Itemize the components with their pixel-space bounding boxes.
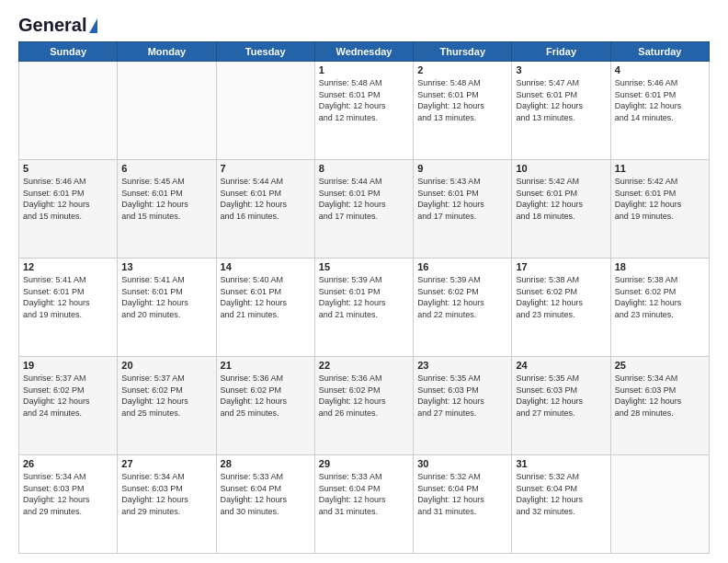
calendar-week-row: 26Sunrise: 5:34 AM Sunset: 6:03 PM Dayli… (19, 455, 710, 554)
day-number: 29 (319, 458, 409, 469)
calendar-day-cell (610, 455, 709, 554)
calendar-day-cell: 14Sunrise: 5:40 AM Sunset: 6:01 PM Dayli… (216, 259, 314, 357)
calendar-day-cell (118, 62, 216, 160)
day-number: 6 (121, 163, 211, 174)
day-info: Sunrise: 5:48 AM Sunset: 6:01 PM Dayligh… (417, 77, 507, 123)
calendar-day-cell: 5Sunrise: 5:46 AM Sunset: 6:01 PM Daylig… (19, 160, 118, 259)
day-info: Sunrise: 5:44 AM Sunset: 6:01 PM Dayligh… (221, 176, 311, 222)
day-info: Sunrise: 5:36 AM Sunset: 6:02 PM Dayligh… (221, 373, 311, 419)
day-info: Sunrise: 5:34 AM Sunset: 6:03 PM Dayligh… (121, 471, 211, 517)
day-header-wednesday: Wednesday (314, 42, 413, 62)
day-info: Sunrise: 5:44 AM Sunset: 6:01 PM Dayligh… (319, 176, 409, 222)
day-number: 28 (221, 458, 311, 469)
day-info: Sunrise: 5:38 AM Sunset: 6:02 PM Dayligh… (615, 274, 705, 320)
day-number: 2 (417, 64, 507, 75)
day-info: Sunrise: 5:42 AM Sunset: 6:01 PM Dayligh… (615, 176, 705, 222)
calendar-day-cell: 12Sunrise: 5:41 AM Sunset: 6:01 PM Dayli… (19, 259, 118, 357)
day-number: 22 (319, 360, 409, 371)
calendar-day-cell: 30Sunrise: 5:32 AM Sunset: 6:04 PM Dayli… (414, 455, 512, 554)
day-info: Sunrise: 5:32 AM Sunset: 6:04 PM Dayligh… (417, 471, 507, 517)
calendar-day-cell: 13Sunrise: 5:41 AM Sunset: 6:01 PM Dayli… (118, 259, 216, 357)
day-info: Sunrise: 5:46 AM Sunset: 6:01 PM Dayligh… (23, 176, 113, 222)
day-header-tuesday: Tuesday (216, 42, 314, 62)
day-number: 21 (221, 360, 311, 371)
calendar-header-row: SundayMondayTuesdayWednesdayThursdayFrid… (19, 42, 710, 62)
day-number: 3 (516, 64, 606, 75)
day-info: Sunrise: 5:39 AM Sunset: 6:02 PM Dayligh… (417, 274, 507, 320)
day-info: Sunrise: 5:39 AM Sunset: 6:01 PM Dayligh… (319, 274, 409, 320)
day-number: 4 (615, 64, 705, 75)
day-info: Sunrise: 5:34 AM Sunset: 6:03 PM Dayligh… (23, 471, 113, 517)
calendar-day-cell: 15Sunrise: 5:39 AM Sunset: 6:01 PM Dayli… (314, 259, 413, 357)
calendar-day-cell: 9Sunrise: 5:43 AM Sunset: 6:01 PM Daylig… (414, 160, 512, 259)
day-number: 24 (516, 360, 606, 371)
calendar-day-cell: 10Sunrise: 5:42 AM Sunset: 6:01 PM Dayli… (512, 160, 610, 259)
calendar-day-cell: 8Sunrise: 5:44 AM Sunset: 6:01 PM Daylig… (314, 160, 413, 259)
day-number: 18 (615, 261, 705, 272)
calendar-table: SundayMondayTuesdayWednesdayThursdayFrid… (18, 41, 710, 554)
calendar-day-cell: 21Sunrise: 5:36 AM Sunset: 6:02 PM Dayli… (216, 357, 314, 455)
calendar-day-cell: 23Sunrise: 5:35 AM Sunset: 6:03 PM Dayli… (414, 357, 512, 455)
day-info: Sunrise: 5:43 AM Sunset: 6:01 PM Dayligh… (417, 176, 507, 222)
day-info: Sunrise: 5:40 AM Sunset: 6:01 PM Dayligh… (221, 274, 311, 320)
day-number: 13 (121, 261, 211, 272)
calendar-day-cell: 3Sunrise: 5:47 AM Sunset: 6:01 PM Daylig… (512, 62, 610, 160)
day-info: Sunrise: 5:33 AM Sunset: 6:04 PM Dayligh… (319, 471, 409, 517)
header: General (18, 15, 710, 32)
day-info: Sunrise: 5:34 AM Sunset: 6:03 PM Dayligh… (615, 373, 705, 419)
day-info: Sunrise: 5:46 AM Sunset: 6:01 PM Dayligh… (615, 77, 705, 123)
day-number: 30 (417, 458, 507, 469)
day-header-friday: Friday (512, 42, 610, 62)
calendar-day-cell: 27Sunrise: 5:34 AM Sunset: 6:03 PM Dayli… (118, 455, 216, 554)
day-info: Sunrise: 5:37 AM Sunset: 6:02 PM Dayligh… (121, 373, 211, 419)
calendar-day-cell: 31Sunrise: 5:32 AM Sunset: 6:04 PM Dayli… (512, 455, 610, 554)
day-info: Sunrise: 5:41 AM Sunset: 6:01 PM Dayligh… (121, 274, 211, 320)
day-number: 31 (516, 458, 606, 469)
calendar-day-cell: 17Sunrise: 5:38 AM Sunset: 6:02 PM Dayli… (512, 259, 610, 357)
calendar-day-cell: 7Sunrise: 5:44 AM Sunset: 6:01 PM Daylig… (216, 160, 314, 259)
calendar-week-row: 5Sunrise: 5:46 AM Sunset: 6:01 PM Daylig… (19, 160, 710, 259)
day-info: Sunrise: 5:42 AM Sunset: 6:01 PM Dayligh… (516, 176, 606, 222)
day-info: Sunrise: 5:48 AM Sunset: 6:01 PM Dayligh… (319, 77, 409, 123)
day-header-saturday: Saturday (610, 42, 709, 62)
day-number: 26 (23, 458, 113, 469)
calendar-week-row: 19Sunrise: 5:37 AM Sunset: 6:02 PM Dayli… (19, 357, 710, 455)
calendar-day-cell: 6Sunrise: 5:45 AM Sunset: 6:01 PM Daylig… (118, 160, 216, 259)
day-number: 11 (615, 163, 705, 174)
day-info: Sunrise: 5:37 AM Sunset: 6:02 PM Dayligh… (23, 373, 113, 419)
day-header-thursday: Thursday (414, 42, 512, 62)
calendar-day-cell (19, 62, 118, 160)
day-info: Sunrise: 5:36 AM Sunset: 6:02 PM Dayligh… (319, 373, 409, 419)
day-number: 16 (417, 261, 507, 272)
calendar-day-cell: 4Sunrise: 5:46 AM Sunset: 6:01 PM Daylig… (610, 62, 709, 160)
calendar-day-cell: 19Sunrise: 5:37 AM Sunset: 6:02 PM Dayli… (19, 357, 118, 455)
calendar-week-row: 1Sunrise: 5:48 AM Sunset: 6:01 PM Daylig… (19, 62, 710, 160)
calendar-day-cell: 1Sunrise: 5:48 AM Sunset: 6:01 PM Daylig… (314, 62, 413, 160)
calendar-day-cell: 11Sunrise: 5:42 AM Sunset: 6:01 PM Dayli… (610, 160, 709, 259)
day-number: 1 (319, 64, 409, 75)
calendar-day-cell: 16Sunrise: 5:39 AM Sunset: 6:02 PM Dayli… (414, 259, 512, 357)
calendar-day-cell: 22Sunrise: 5:36 AM Sunset: 6:02 PM Dayli… (314, 357, 413, 455)
calendar-day-cell: 18Sunrise: 5:38 AM Sunset: 6:02 PM Dayli… (610, 259, 709, 357)
calendar-week-row: 12Sunrise: 5:41 AM Sunset: 6:01 PM Dayli… (19, 259, 710, 357)
calendar-day-cell: 28Sunrise: 5:33 AM Sunset: 6:04 PM Dayli… (216, 455, 314, 554)
day-header-sunday: Sunday (19, 42, 118, 62)
day-number: 15 (319, 261, 409, 272)
day-info: Sunrise: 5:35 AM Sunset: 6:03 PM Dayligh… (417, 373, 507, 419)
day-number: 25 (615, 360, 705, 371)
day-number: 14 (221, 261, 311, 272)
day-header-monday: Monday (118, 42, 216, 62)
calendar-day-cell: 2Sunrise: 5:48 AM Sunset: 6:01 PM Daylig… (414, 62, 512, 160)
day-info: Sunrise: 5:47 AM Sunset: 6:01 PM Dayligh… (516, 77, 606, 123)
calendar-day-cell: 26Sunrise: 5:34 AM Sunset: 6:03 PM Dayli… (19, 455, 118, 554)
day-number: 20 (121, 360, 211, 371)
day-number: 5 (23, 163, 113, 174)
day-number: 19 (23, 360, 113, 371)
day-info: Sunrise: 5:35 AM Sunset: 6:03 PM Dayligh… (516, 373, 606, 419)
day-number: 17 (516, 261, 606, 272)
logo-general: General (18, 15, 86, 36)
day-info: Sunrise: 5:33 AM Sunset: 6:04 PM Dayligh… (221, 471, 311, 517)
calendar-day-cell: 29Sunrise: 5:33 AM Sunset: 6:04 PM Dayli… (314, 455, 413, 554)
day-number: 9 (417, 163, 507, 174)
logo: General (18, 15, 97, 32)
